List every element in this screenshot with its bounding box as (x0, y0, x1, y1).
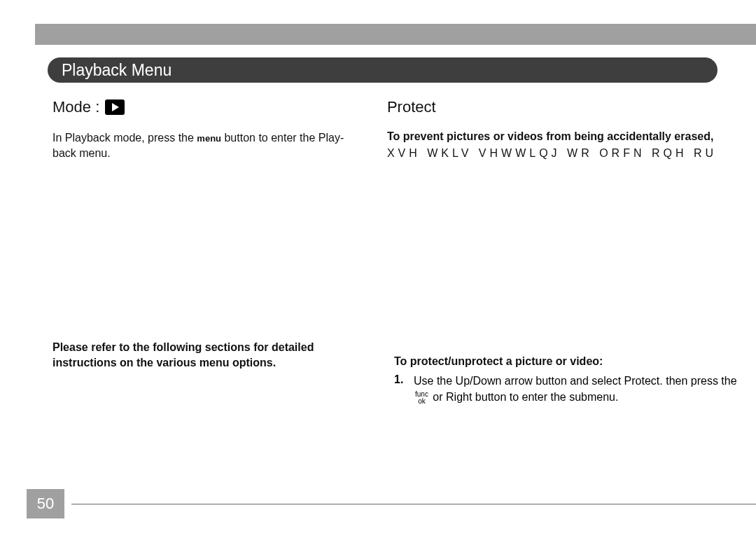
step-1-row: 1. Use the Up/Down arrow button and sele… (394, 373, 737, 405)
protect-intro: To prevent pictures or videos from being… (387, 129, 721, 144)
left-lower-text-block: Please refer to the following sections f… (52, 340, 374, 371)
right-lower-block: To protect/unprotect a picture or video:… (394, 354, 737, 405)
cipher-line: XVH WKLV VHWWLQJ WR ORFN RQH RU (387, 147, 721, 160)
right-column: Protect To prevent pictures or videos fr… (387, 98, 721, 162)
playback-mode-icon (105, 99, 125, 115)
step-number: 1. (394, 373, 407, 405)
section-header: Playback Menu (48, 57, 718, 83)
left-column: Mode : In Playback mode, press the menu … (52, 98, 366, 162)
play-triangle-icon (112, 103, 119, 111)
page-number: 50 (37, 495, 54, 513)
content-area: Mode : In Playback mode, press the menu … (52, 98, 721, 162)
intro-text: In Playback mode, press the menu button … (52, 130, 366, 162)
left-lower-text: Please refer to the following sections f… (52, 340, 374, 371)
section-title: Playback Menu (62, 61, 172, 80)
top-decorative-bar (35, 24, 756, 45)
page-footer: 50 (27, 489, 756, 518)
page-number-box: 50 (27, 489, 64, 518)
protect-sub-heading: To protect/unprotect a picture or video: (394, 354, 737, 369)
mode-label: Mode : (52, 98, 99, 116)
footer-divider-line (71, 504, 756, 504)
func-ok-icon: func ok (415, 391, 428, 405)
step-1-content: Use the Up/Down arrow button and select … (414, 373, 737, 405)
mode-row: Mode : (52, 98, 366, 116)
protect-heading: Protect (387, 98, 721, 116)
